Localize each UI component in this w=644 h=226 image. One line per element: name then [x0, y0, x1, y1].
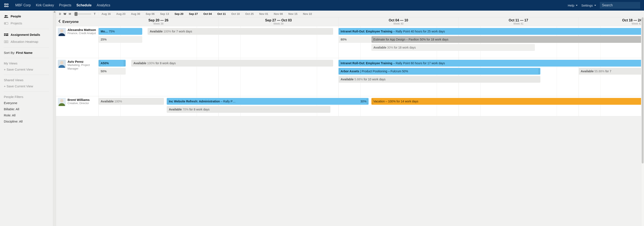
ruler-tick[interactable]: Nov 08	[271, 12, 286, 15]
week-range: Sep 20 — 26	[148, 18, 168, 22]
sidebar-item-projects[interactable]: Projects	[0, 20, 53, 27]
allocation-bar[interactable]: Available 100%	[98, 98, 164, 105]
ruler-tick[interactable]: Sep 13	[157, 12, 172, 15]
week-range: Oct 18 — 24	[622, 18, 642, 22]
avatar	[58, 98, 66, 106]
ruler-tick[interactable]: Aug 16	[99, 12, 114, 15]
svg-rect-12	[4, 41, 5, 43]
help-dropdown[interactable]: Help	[568, 3, 578, 7]
nav-analytics[interactable]: Analytics	[96, 3, 110, 7]
allocation-bar-label: Available 100% for 8 work days	[133, 61, 176, 65]
sidebar-item-allocation-heatmap[interactable]: Allocation Heatmap	[0, 38, 53, 45]
allocation-bar[interactable]: Available 100% for 7 work days	[148, 28, 333, 35]
week-column[interactable]: Oct 04 — 10Week 40	[338, 17, 458, 26]
sidebar-item-people[interactable]: People	[0, 13, 53, 20]
allocation-bar[interactable]: Vacation – 100% for 14 work days	[371, 98, 644, 105]
resize-handle-left-icon[interactable]	[99, 61, 100, 66]
resize-handle-right-icon[interactable]	[367, 99, 368, 104]
nav-org[interactable]: MBF Corp	[15, 3, 31, 7]
filter-everyone[interactable]: Everyone	[0, 100, 53, 106]
ruler-tick[interactable]: Sep 06	[143, 12, 157, 15]
week-column[interactable]: Oct 11 — 17Week 41	[459, 17, 578, 26]
back-button[interactable]	[58, 19, 61, 24]
sidebar-item-label: Allocation Heatmap	[10, 40, 38, 43]
allocation-bar[interactable]: Available 5.88% for 10 work days	[338, 76, 540, 83]
allocation-bar-label: Vacation – 100% for 14 work days	[374, 100, 418, 103]
ruler-tick[interactable]: Aug 30	[128, 12, 143, 15]
nav-links: MBF Corp Kirk Caskey Projects Schedule A…	[15, 3, 110, 7]
save-current-view-1[interactable]: + Save Current View	[0, 66, 53, 72]
ruler-tick[interactable]: Nov 15	[286, 12, 300, 15]
resize-handle-right-icon[interactable]	[124, 61, 125, 66]
allocation-bar-label: Arbor Assets | Product Positioning – Ful…	[340, 69, 408, 73]
week-column[interactable]: Sep 20 — 26Week 38	[98, 17, 218, 26]
ruler-tick[interactable]: Nov 22	[300, 12, 315, 15]
allocation-bar[interactable]: Available 30% for 18 work days	[371, 44, 535, 51]
zoom-slider-thumb[interactable]	[74, 12, 78, 16]
allocation-bar[interactable]: Mo… 75%	[98, 28, 142, 35]
zoom-today[interactable]: T	[94, 12, 96, 15]
week-column[interactable]: Sep 27 — Oct 03Week 39	[218, 17, 338, 26]
allocation-bar[interactable]: 25%	[98, 36, 142, 43]
allocation-bar[interactable]: 50%	[98, 68, 126, 75]
week-column[interactable]: Oct 18 — 24Week 42	[578, 17, 644, 26]
vertical-scrollbar[interactable]	[641, 17, 644, 226]
zoom-slider[interactable]	[74, 13, 92, 15]
ruler-tick[interactable]: Sep 20	[172, 12, 186, 15]
allocation-bar[interactable]: Available 55.88% for 7	[578, 68, 644, 75]
nav-user[interactable]: Kirk Caskey	[36, 3, 54, 7]
zoom-day[interactable]: D	[59, 12, 61, 15]
app-logo-icon[interactable]	[4, 3, 9, 8]
allocation-bar[interactable]: Estimate for App Design – Pavilion 50% f…	[371, 36, 644, 43]
filter-role[interactable]: Role: All	[0, 112, 53, 118]
svg-rect-9	[6, 33, 8, 34]
nav-projects[interactable]: Projects	[59, 3, 71, 7]
allocation-bar[interactable]: Available 100% for 8 work days	[131, 60, 333, 67]
allocation-bar[interactable]: Intranet Roll-Out: Employee Training – R…	[338, 28, 644, 35]
sidebar-scroll-gutter[interactable]	[53, 10, 56, 226]
resize-handle-right-icon[interactable]	[538, 69, 540, 74]
nav-schedule[interactable]: Schedule	[76, 3, 92, 7]
allocation-bar[interactable]: Available 70% for 8 work days	[167, 106, 330, 113]
zoom-week[interactable]: W	[64, 12, 66, 15]
vertical-scrollbar-thumb[interactable]	[642, 17, 644, 164]
assignment-details-icon	[4, 33, 8, 36]
ruler-tick[interactable]: Sep 27	[186, 12, 201, 15]
resize-handle-left-icon[interactable]	[167, 99, 168, 104]
filter-billable[interactable]: Billable: All	[0, 106, 53, 112]
allocation-bar[interactable]: Inc Website Refresh: Administration – Ra…	[167, 98, 368, 105]
allocation-bar-label: Available 30% for 18 work days	[374, 46, 416, 49]
ruler-tick[interactable]: Oct 04	[201, 12, 215, 15]
lane-tracks: Available 100%Inc Website Refresh: Admin…	[98, 96, 644, 116]
resize-handle-left-icon[interactable]	[339, 69, 340, 74]
sidebar-item-assignment-details[interactable]: Assignment Details	[0, 31, 53, 38]
svg-point-16	[60, 29, 63, 32]
week-number: Week 38	[154, 22, 164, 25]
resize-handle-left-icon[interactable]	[372, 37, 373, 42]
ruler-tick[interactable]: Oct 11	[214, 12, 228, 15]
search-input[interactable]	[600, 2, 640, 9]
allocation-bar[interactable]: Intranet Roll-Out: Employee Training – R…	[338, 60, 644, 67]
filter-discipline[interactable]: Discipline: All	[0, 118, 53, 124]
ruler-tick[interactable]: Nov 01	[256, 12, 271, 15]
settings-dropdown[interactable]: Settings	[581, 3, 596, 7]
allocation-bar-label: Intranet Roll-Out: Employee Training – R…	[340, 61, 445, 65]
person-cell[interactable]: Alexandra MattsonFinance, Credit Analyst	[56, 26, 98, 58]
time-ruler[interactable]: Aug 16Aug 23Aug 30Sep 06Sep 13Sep 20Sep …	[98, 12, 644, 15]
resize-handle-left-icon[interactable]	[339, 61, 340, 66]
allocation-bar[interactable]: A50%	[98, 60, 126, 67]
resize-handle-left-icon[interactable]	[372, 99, 373, 104]
allocation-bar[interactable]: 80%	[338, 36, 371, 43]
save-current-view-2[interactable]: + Save Current View	[0, 83, 53, 89]
person-cell[interactable]: Brent WilliamsCreative, Director	[56, 96, 98, 116]
person-cell[interactable]: Aviv PerezMarketing, Project Manager	[56, 58, 98, 96]
svg-point-0	[4, 3, 6, 5]
ruler-tick[interactable]: Oct 18	[228, 12, 242, 15]
sort-by[interactable]: Sort By: First Name	[0, 50, 53, 56]
ruler-tick[interactable]: Aug 23	[114, 12, 128, 15]
zoom-month[interactable]: M	[69, 12, 71, 15]
allocation-bar[interactable]: Arbor Assets | Product Positioning – Ful…	[338, 68, 540, 75]
shared-views-label: Shared Views	[0, 77, 53, 83]
resize-handle-left-icon[interactable]	[339, 29, 340, 34]
ruler-tick[interactable]: Oct 25	[242, 12, 256, 15]
